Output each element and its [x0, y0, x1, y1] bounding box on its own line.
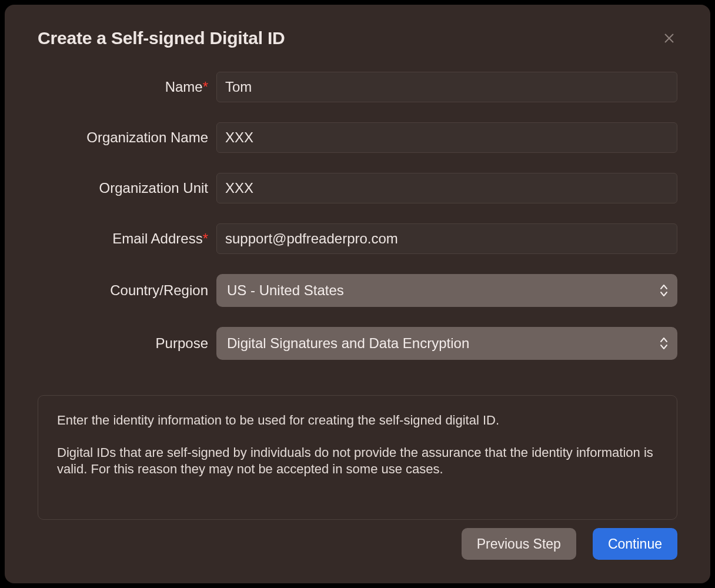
- create-digital-id-dialog: Create a Self-signed Digital ID Name* Or…: [5, 5, 710, 583]
- close-button[interactable]: [661, 30, 677, 46]
- purpose-row: Purpose Digital Signatures and Data Encr…: [38, 327, 677, 360]
- continue-button[interactable]: Continue: [593, 528, 677, 560]
- organization-unit-input[interactable]: [216, 173, 677, 203]
- organization-unit-row: Organization Unit: [38, 173, 677, 203]
- info-line-2: Digital IDs that are self-signed by indi…: [57, 445, 658, 478]
- email-address-label: Email Address*: [38, 230, 216, 247]
- information-box: Enter the identity information to be use…: [38, 395, 677, 520]
- country-region-select[interactable]: US - United States: [216, 274, 677, 307]
- dialog-header: Create a Self-signed Digital ID: [38, 28, 677, 48]
- previous-step-button[interactable]: Previous Step: [462, 528, 576, 560]
- purpose-selected-value: Digital Signatures and Data Encryption: [227, 335, 469, 352]
- email-address-row: Email Address*: [38, 223, 677, 254]
- info-line-1: Enter the identity information to be use…: [57, 412, 658, 429]
- identity-form: Name* Organization Name Organization Uni…: [38, 72, 677, 360]
- country-region-selected-value: US - United States: [227, 282, 344, 299]
- country-region-label: Country/Region: [38, 282, 216, 299]
- button-bar: Previous Step Continue: [38, 528, 677, 560]
- close-icon: [663, 32, 676, 45]
- email-address-input[interactable]: [216, 223, 677, 254]
- dialog-title: Create a Self-signed Digital ID: [38, 28, 285, 48]
- country-region-row: Country/Region US - United States: [38, 274, 677, 307]
- required-marker: *: [203, 230, 208, 246]
- organization-name-input[interactable]: [216, 122, 677, 153]
- required-marker: *: [203, 79, 208, 95]
- name-label: Name*: [38, 79, 216, 95]
- organization-unit-label: Organization Unit: [38, 180, 216, 196]
- organization-name-row: Organization Name: [38, 122, 677, 153]
- name-input[interactable]: [216, 72, 677, 102]
- purpose-select[interactable]: Digital Signatures and Data Encryption: [216, 327, 677, 360]
- organization-name-label: Organization Name: [38, 129, 216, 146]
- name-row: Name*: [38, 72, 677, 102]
- purpose-label: Purpose: [38, 335, 216, 352]
